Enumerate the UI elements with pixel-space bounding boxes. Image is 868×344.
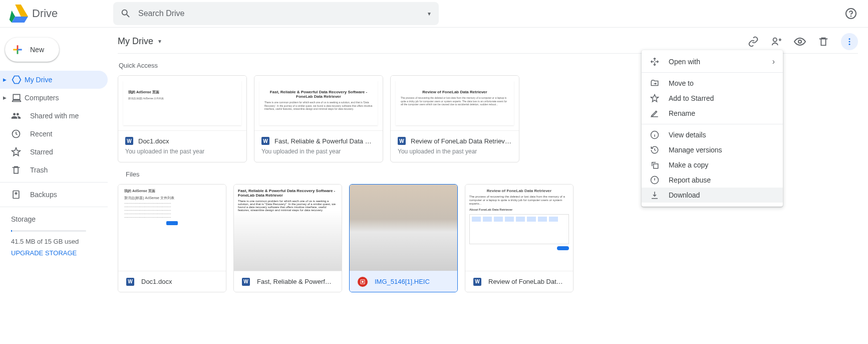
my-drive-icon bbox=[12, 75, 22, 85]
file-card[interactable]: IMG_5146[1].HEIC bbox=[349, 184, 458, 292]
context-menu: Open with › Move to Add to Starred Renam… bbox=[642, 50, 783, 207]
copy-icon bbox=[650, 160, 659, 169]
sidebar-item-starred[interactable]: Starred bbox=[0, 143, 108, 161]
search-input[interactable] bbox=[138, 9, 420, 18]
report-icon bbox=[650, 176, 659, 185]
menu-item-label: Open with bbox=[669, 58, 700, 66]
sidebar-item-trash[interactable]: Trash bbox=[0, 161, 108, 179]
storage-usage: 41.5 MB of 15 GB used bbox=[11, 238, 108, 245]
menu-item-manage-versions[interactable]: Manage versions bbox=[642, 142, 783, 157]
svg-point-9 bbox=[362, 281, 364, 283]
file-title: Review of FoneLab Data Retriever - t... bbox=[411, 137, 512, 145]
logo[interactable]: Drive bbox=[8, 4, 113, 24]
share-icon[interactable] bbox=[771, 36, 782, 47]
svg-point-4 bbox=[773, 38, 777, 41]
delete-icon[interactable] bbox=[818, 36, 829, 47]
menu-item-rename[interactable]: Rename bbox=[642, 106, 783, 121]
sidebar-item-my-drive[interactable]: ▶ My Drive bbox=[0, 71, 108, 89]
search-bar[interactable]: ▼ bbox=[113, 2, 439, 25]
file-card[interactable]: Review of FoneLab Data RetrieverThe proc… bbox=[465, 184, 573, 292]
divider bbox=[0, 182, 108, 183]
toolbar bbox=[748, 33, 858, 50]
menu-item-label: View details bbox=[669, 131, 706, 139]
menu-item-report-abuse[interactable]: Report abuse bbox=[642, 173, 783, 188]
storage-bar bbox=[11, 230, 86, 232]
file-title: Doc1.docx bbox=[138, 137, 239, 145]
menu-item-view-details[interactable]: View details bbox=[642, 127, 783, 142]
search-icon bbox=[120, 8, 131, 19]
storage-section: Storage 41.5 MB of 15 GB used UPGRADE ST… bbox=[0, 210, 108, 257]
backups-icon bbox=[11, 190, 21, 200]
sidebar-item-shared-with-me[interactable]: Shared with me bbox=[0, 107, 108, 125]
svg-point-6 bbox=[849, 38, 850, 40]
file-thumbnail: Fast, Reliable & Powerful Data Recovery … bbox=[234, 185, 342, 271]
rename-icon bbox=[650, 109, 659, 118]
download-icon bbox=[650, 191, 659, 200]
file-thumbnail: 我的 AdSense 页面新消息(标题) AdSense 文件列表.......… bbox=[118, 185, 226, 271]
sidebar-item-label: Backups bbox=[30, 191, 57, 199]
svg-point-1 bbox=[851, 16, 851, 17]
image-file-icon bbox=[358, 277, 368, 287]
divider bbox=[642, 72, 783, 73]
sidebar-item-backups[interactable]: Backups bbox=[0, 186, 108, 204]
sidebar-item-recent[interactable]: Recent bbox=[0, 125, 108, 143]
preview-icon[interactable] bbox=[794, 36, 806, 48]
star-icon bbox=[650, 94, 659, 103]
app-header: Drive ▼ bbox=[0, 0, 868, 28]
quick-access-card[interactable]: Review of FoneLab Data RetrieverThe proc… bbox=[390, 75, 519, 162]
word-file-icon: W bbox=[125, 137, 133, 145]
new-button-label: New bbox=[30, 46, 44, 54]
help-icon[interactable] bbox=[845, 8, 857, 20]
menu-item-download[interactable]: Download bbox=[642, 188, 783, 203]
trash-icon bbox=[11, 165, 21, 175]
star-icon bbox=[11, 147, 21, 157]
menu-item-label: Download bbox=[669, 191, 700, 199]
quick-access-card[interactable]: Fast, Reliable & Powerful Data Recovery … bbox=[254, 75, 383, 162]
quick-access-card[interactable]: 我的 AdSense 页面新消息(标题) AdSense 文件列表 WDoc1.… bbox=[118, 75, 247, 162]
chevron-down-icon: ▼ bbox=[157, 39, 162, 44]
get-link-icon[interactable] bbox=[748, 36, 759, 47]
people-icon bbox=[11, 111, 21, 121]
menu-item-move-to[interactable]: Move to bbox=[642, 76, 783, 91]
sidebar-item-label: My Drive bbox=[25, 76, 52, 84]
file-title: Doc1.docx bbox=[141, 278, 172, 285]
more-vert-icon bbox=[845, 37, 854, 46]
file-thumbnail: 我的 AdSense 页面新消息(标题) AdSense 文件列表 bbox=[118, 76, 246, 131]
divider bbox=[642, 124, 783, 124]
menu-item-open-with[interactable]: Open with › bbox=[642, 54, 783, 69]
word-file-icon: W bbox=[398, 137, 406, 145]
breadcrumb[interactable]: My Drive ▼ bbox=[118, 36, 162, 47]
sidebar-item-computers[interactable]: ▶ Computers bbox=[0, 89, 108, 107]
word-file-icon: W bbox=[261, 137, 269, 145]
sidebar-item-label: Starred bbox=[30, 148, 53, 156]
file-thumbnail: Review of FoneLab Data RetrieverThe proc… bbox=[391, 76, 519, 131]
file-title: Review of FoneLab Data Re... bbox=[488, 278, 565, 285]
svg-point-5 bbox=[798, 40, 801, 43]
sidebar-item-label: Computers bbox=[25, 94, 59, 102]
sidebar-item-label: Shared with me bbox=[30, 112, 79, 120]
menu-item-add-to-starred[interactable]: Add to Starred bbox=[642, 91, 783, 106]
file-card[interactable]: Fast, Reliable & Powerful Data Recovery … bbox=[233, 184, 342, 292]
search-options-caret-icon[interactable]: ▼ bbox=[427, 11, 432, 17]
menu-item-label: Make a copy bbox=[669, 161, 708, 169]
menu-item-label: Manage versions bbox=[669, 146, 722, 154]
open-with-icon bbox=[650, 57, 659, 66]
new-button[interactable]: New bbox=[5, 38, 59, 62]
plus-icon bbox=[11, 43, 24, 56]
file-subtitle: You uploaded in the past year bbox=[125, 148, 239, 155]
more-actions-button[interactable] bbox=[841, 33, 858, 50]
chevron-right-icon: ▶ bbox=[3, 95, 7, 100]
file-subtitle: You uploaded in the past year bbox=[261, 148, 376, 155]
svg-point-7 bbox=[849, 41, 850, 42]
menu-item-make-a-copy[interactable]: Make a copy bbox=[642, 157, 783, 173]
drive-logo-icon bbox=[8, 4, 28, 24]
file-title: IMG_5146[1].HEIC bbox=[375, 278, 430, 285]
file-subtitle: You uploaded in the past year bbox=[398, 148, 512, 155]
upgrade-storage-link[interactable]: UPGRADE STORAGE bbox=[11, 249, 108, 257]
sidebar: New ▶ My Drive ▶ Computers Shared with m… bbox=[0, 28, 108, 344]
sidebar-item-label: Recent bbox=[30, 130, 52, 138]
file-card[interactable]: 我的 AdSense 页面新消息(标题) AdSense 文件列表.......… bbox=[118, 184, 226, 292]
file-thumbnail: Fast, Reliable & Powerful Data Recovery … bbox=[254, 76, 383, 131]
svg-rect-11 bbox=[654, 164, 658, 168]
divider bbox=[0, 207, 108, 207]
